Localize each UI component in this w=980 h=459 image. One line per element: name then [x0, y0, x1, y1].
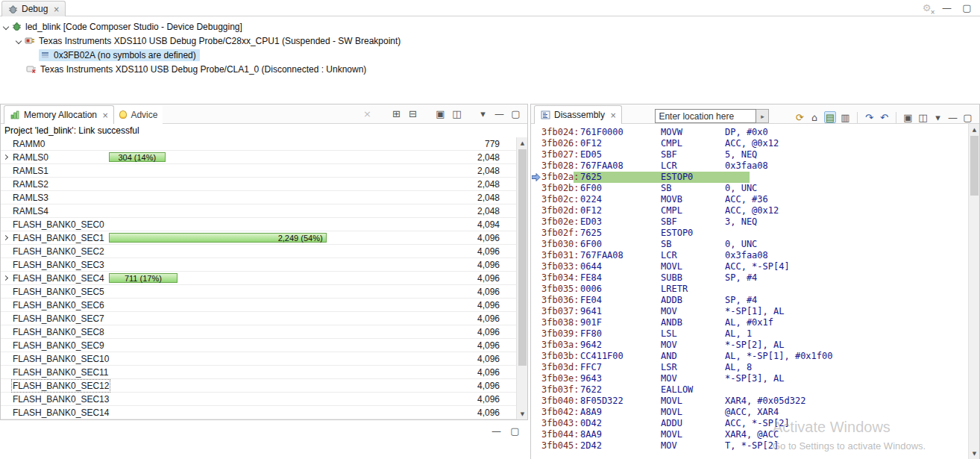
disassembly-row[interactable]: 3fb040:8F05D322MOVLXAR4, #0x05d322 [531, 396, 968, 407]
disassembly-row[interactable]: 3fb035:0006LRETR [531, 284, 968, 295]
disassembly-row[interactable]: 3fb033:0644MOVLACC, *-SP[4] [531, 261, 968, 272]
disassembly-row[interactable]: 3fb02c:0224MOVBACC, #36 [531, 194, 968, 205]
tab-debug-close-icon[interactable]: × [53, 5, 59, 13]
memory-row[interactable]: FLASH_BANK0_SEC24,096 [1, 245, 516, 258]
debug-tree-item[interactable]: Texas Instruments XDS110 USB Debug Probe… [0, 34, 980, 48]
home-icon[interactable]: ⌂ [809, 111, 820, 123]
pin-view-icon[interactable]: ◫ [917, 111, 929, 123]
location-go-icon[interactable]: ▸ [756, 109, 769, 123]
scroll-up-icon[interactable]: ▲ [969, 124, 980, 135]
memory-row[interactable]: FLASH_BANK0_SEC94,096 [1, 339, 516, 352]
tab-memory-allocation[interactable]: Memory Allocation × [4, 105, 114, 124]
disassembly-row[interactable]: 3fb030:6F00SB0, UNC [531, 239, 968, 250]
scroll-down-icon[interactable]: ▼ [969, 448, 980, 459]
tab-memory-allocation-close-icon[interactable]: × [102, 111, 108, 119]
memory-row[interactable]: FLASH_BANK0_SEC144,096 [1, 406, 516, 419]
disassembly-row[interactable]: 3fb024:761F0000MOVWDP, #0x0 [531, 127, 968, 138]
disassembly-row[interactable]: 3fb039:FF80LSLAL, 1 [531, 328, 968, 340]
new-window-icon[interactable]: ▣ [435, 108, 446, 120]
disassembly-row[interactable]: 3fb02f:7625ESTOP0 [531, 228, 968, 239]
tab-disassembly-close-icon[interactable]: × [610, 111, 616, 119]
memory-row[interactable]: FLASH_BANK0_SEC04,094 [1, 218, 516, 231]
view-menu-icon[interactable]: ▾ [477, 108, 489, 120]
disassembly-row[interactable]: 3fb02d:0F12CMPLACC, @0x12 [531, 205, 968, 216]
memory-row[interactable]: RAMM0779 [1, 137, 516, 151]
scrollbar-thumb[interactable] [970, 136, 979, 196]
memory-row[interactable]: FLASH_BANK0_SEC34,096 [1, 258, 516, 272]
memory-row[interactable]: RAMLS0304 (14%)2,048 [1, 151, 516, 164]
disassembly-row[interactable]: 3fb037:9641MOV*-SP[1], AL [531, 306, 968, 317]
maximize-disassembly-icon[interactable]: ▢ [962, 111, 973, 123]
disassembly-row[interactable]: 3fb02e:ED03SBF3, NEQ [531, 216, 968, 228]
remove-all-terminated-icon[interactable]: ⚙ × [921, 2, 932, 14]
disassembly-row[interactable]: 3fb031:767FAA08LCR0x3faa08 [531, 250, 968, 261]
disassembly-row[interactable]: 3fb03a:9642MOV*-SP[2], AL [531, 340, 968, 351]
new-view-icon[interactable]: ▣ [902, 111, 914, 123]
memory-row[interactable]: RAMLS32,048 [1, 191, 516, 204]
refresh-icon[interactable]: ⟳ [794, 111, 805, 123]
location-input[interactable] [655, 109, 756, 123]
memory-row[interactable]: FLASH_BANK0_SEC12,249 (54%)4,096 [1, 231, 516, 245]
scroll-up-icon[interactable]: ▲ [517, 137, 528, 149]
memory-row[interactable]: FLASH_BANK0_SEC84,096 [1, 325, 516, 339]
tab-advice[interactable]: Advice [114, 105, 163, 124]
navigate-back-icon[interactable]: ↶ [879, 111, 890, 123]
minimize-debug-view-icon[interactable]: — [941, 2, 952, 14]
tree-expander-icon[interactable] [16, 37, 22, 43]
maximize-memory-view-icon[interactable]: ▢ [510, 108, 521, 120]
row-expander-icon[interactable] [3, 235, 8, 240]
memory-scrollbar[interactable]: ▲ ▼ [516, 137, 527, 419]
expand-all-icon[interactable]: ⊞ [391, 108, 402, 120]
jump-to-pc-icon[interactable]: ↷ [864, 111, 875, 123]
disassembly-row[interactable]: 3fb03f:7622EALLOW [531, 384, 968, 396]
memory-row[interactable]: FLASH_BANK0_SEC124,096 [1, 379, 516, 393]
memory-row[interactable]: FLASH_BANK0_SEC114,096 [1, 366, 516, 379]
disassembly-row[interactable]: 3fb02b:6F00SB0, UNC [531, 183, 968, 194]
show-source-toggle-icon[interactable]: ▤ [824, 111, 836, 123]
disassembly-row[interactable]: 3fb042:A8A9MOVL@ACC, XAR4 [531, 407, 968, 418]
disassembly-row[interactable]: 3fb03e:9643MOV*-SP[3], AL [531, 373, 968, 384]
clear-icon[interactable]: × [362, 108, 373, 120]
disassembly-row[interactable]: 3fb03b:CC411F00ANDAL, *-SP[1], #0x1f00 [531, 351, 968, 362]
memory-row[interactable]: FLASH_BANK0_SEC134,096 [1, 393, 516, 406]
memory-row[interactable]: RAMLS42,048 [1, 204, 516, 218]
disassembly-scrollbar[interactable]: ▲ ▼ [968, 124, 979, 459]
disassembly-row[interactable]: 3fb038:901FANDBAL, #0x1f [531, 317, 968, 328]
view-menu-icon[interactable]: ▾ [932, 111, 943, 123]
disassembly-row[interactable]: 3fb044:8AA9MOVLXAR4, @ACC [531, 429, 968, 440]
row-expander-icon[interactable] [3, 154, 8, 160]
disassembly-row[interactable]: 3fb034:FE84SUBBSP, #4 [531, 272, 968, 284]
disassembly-row[interactable]: 3fb02a:7625ESTOP0 [531, 172, 968, 183]
memory-row[interactable]: FLASH_BANK0_SEC4711 (17%)4,096 [1, 272, 516, 285]
debug-tree-item[interactable]: led_blink [Code Composer Studio - Device… [0, 19, 980, 34]
scroll-down-icon[interactable]: ▼ [517, 408, 528, 419]
strip-minimize-icon[interactable]: — [491, 425, 502, 437]
tab-debug[interactable]: Debug × [1, 1, 66, 16]
disassembly-row[interactable]: 3fb043:0D42ADDUACC, *-SP[2] [531, 418, 968, 429]
maximize-debug-view-icon[interactable]: ▢ [961, 2, 973, 14]
memory-row[interactable]: RAMLS22,048 [1, 178, 516, 191]
disassembly-row[interactable]: 3fb026:0F12CMPLACC, @0x12 [531, 138, 968, 149]
memory-row[interactable]: FLASH_BANK0_SEC64,096 [1, 299, 516, 312]
debug-tree-item[interactable]: 0x3FB02A (no symbols are defined) [0, 48, 980, 62]
minimize-disassembly-icon[interactable]: — [947, 111, 958, 123]
tree-expander-icon[interactable] [3, 23, 9, 29]
memory-row[interactable]: RAMLS12,048 [1, 164, 516, 178]
minimize-memory-view-icon[interactable]: — [494, 108, 505, 120]
tab-disassembly[interactable]: Disassembly × [534, 105, 622, 124]
disassembly-row[interactable]: 3fb028:767FAA08LCR0x3faa08 [531, 160, 968, 172]
disassembly-row[interactable]: 3fb027:ED05SBF5, NEQ [531, 149, 968, 160]
disassembly-row[interactable]: 3fb045:2D42MOVT, *-SP[2] [531, 440, 968, 452]
row-expander-icon[interactable] [3, 275, 8, 281]
strip-restore-icon[interactable]: ▢ [509, 425, 521, 437]
disassembly-row[interactable]: 3fb03d:FFC7LSRAL, 8 [531, 362, 968, 373]
debug-tree-item[interactable]: Texas Instruments XDS110 USB Debug Probe… [0, 62, 980, 76]
memory-row[interactable]: FLASH_BANK0_SEC74,096 [1, 312, 516, 325]
show-opcodes-icon[interactable]: ▥ [840, 111, 851, 123]
memory-row[interactable]: FLASH_BANK0_SEC54,096 [1, 285, 516, 299]
collapse-all-icon[interactable]: ⊟ [407, 108, 418, 120]
scrollbar-thumb[interactable] [518, 149, 527, 366]
disassembly-row[interactable]: 3fb036:FE04ADDBSP, #4 [531, 295, 968, 306]
memory-row[interactable]: FLASH_BANK0_SEC104,096 [1, 352, 516, 366]
export-view-icon[interactable]: ◫ [451, 108, 462, 120]
